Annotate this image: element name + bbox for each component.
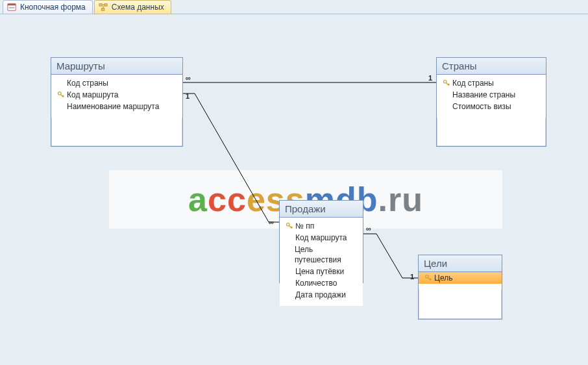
table-row[interactable]: Количество (281, 277, 361, 289)
rel-routes-sales-one: 1 (186, 92, 190, 100)
rel-sales-goals-many: ∞ (366, 225, 371, 233)
table-routes-body: Код страны Код маршрута Наименование мар… (51, 75, 182, 118)
tab-form[interactable]: Кнопочная форма (3, 0, 93, 14)
svg-rect-5 (101, 8, 104, 11)
field-label: Цель (434, 273, 452, 283)
key-icon (441, 79, 452, 87)
table-countries[interactable]: Страны Код страны Название страны Стоимо… (436, 57, 546, 147)
relationships-canvas[interactable]: accessmdb.ru ∞ 1 1 ∞ ∞ 1 Маршруты Код ст… (0, 14, 588, 365)
table-row[interactable]: Код маршрута (53, 89, 181, 101)
field-label: Стоимость визы (452, 101, 511, 112)
table-sales[interactable]: Продажи № пп Код маршрута Цель путешеств… (279, 200, 363, 283)
table-countries-title[interactable]: Страны (437, 58, 546, 75)
field-label: Код маршрута (67, 90, 119, 100)
rel-routes-countries-many: ∞ (186, 74, 191, 82)
table-countries-body: Код страны Название страны Стоимость виз… (437, 75, 546, 118)
table-row[interactable]: Цель путешествия (281, 244, 361, 266)
form-icon (7, 3, 16, 12)
field-label: Код страны (67, 78, 108, 88)
table-row[interactable]: Наименование маршрута (53, 101, 181, 112)
tab-schema[interactable]: Схема данных (94, 0, 171, 14)
table-row[interactable]: Стоимость визы (438, 101, 545, 112)
tab-form-label: Кнопочная форма (20, 3, 86, 12)
key-icon (423, 274, 434, 282)
rel-routes-sales-many: ∞ (269, 218, 274, 226)
table-row[interactable]: Код страны (438, 77, 545, 89)
relationships-icon (99, 3, 108, 12)
tab-bar: Кнопочная форма Схема данных (0, 0, 588, 14)
field-label: Дата продажи (295, 290, 346, 300)
table-row[interactable]: № пп (281, 220, 361, 232)
table-sales-body: № пп Код маршрута Цель путешествия Цена … (280, 218, 363, 306)
field-label: Код страны (452, 78, 494, 88)
table-row[interactable]: Код маршрута (281, 232, 361, 244)
svg-rect-2 (9, 7, 15, 8)
table-row[interactable]: Цена путёвки (281, 266, 361, 277)
svg-rect-4 (104, 4, 106, 6)
table-goals-body: Цель (419, 272, 502, 289)
table-goals[interactable]: Цели Цель (418, 255, 502, 320)
field-label: Наименование маршрута (67, 101, 159, 112)
table-routes[interactable]: Маршруты Код страны Код маршрута Наимено… (51, 57, 183, 147)
field-label: Цель путешествия (295, 244, 358, 265)
key-icon (55, 91, 67, 99)
table-goals-title[interactable]: Цели (419, 255, 502, 272)
field-label: Количество (295, 278, 337, 288)
field-label: № пп (295, 221, 314, 231)
key-icon (284, 222, 295, 230)
svg-rect-1 (8, 4, 16, 6)
table-row[interactable]: Название страны (438, 89, 545, 101)
tab-schema-label: Схема данных (112, 3, 164, 12)
table-sales-title[interactable]: Продажи (280, 201, 363, 218)
table-routes-title[interactable]: Маршруты (51, 58, 182, 75)
svg-rect-3 (99, 4, 102, 6)
table-row[interactable]: Дата продажи (281, 289, 361, 301)
rel-routes-countries-one: 1 (428, 74, 432, 82)
field-label: Название страны (452, 90, 515, 100)
field-label: Цена путёвки (295, 266, 344, 277)
table-row[interactable]: Код страны (53, 77, 181, 89)
table-row[interactable]: Цель (419, 272, 502, 284)
field-label: Код маршрута (295, 233, 347, 243)
rel-sales-goals-one: 1 (410, 273, 414, 281)
